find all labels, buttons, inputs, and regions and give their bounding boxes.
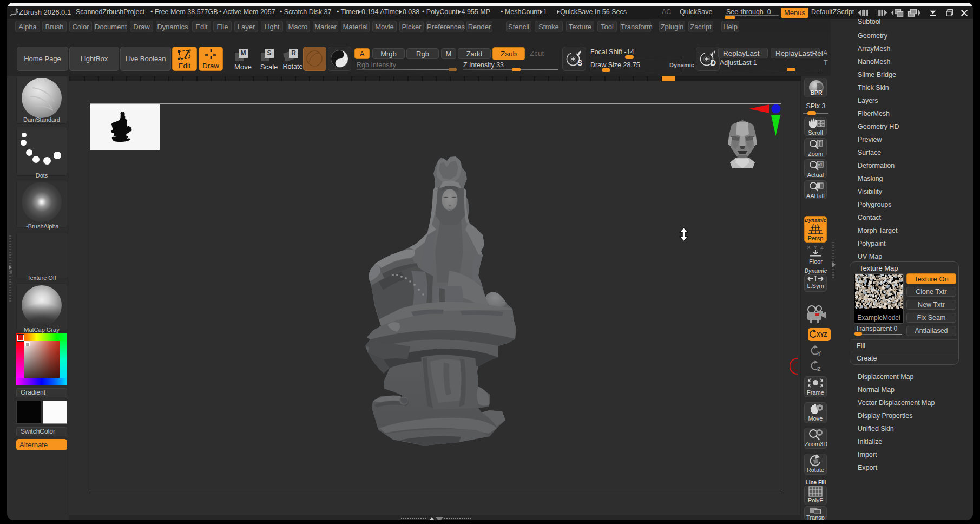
- svg-text:Y: Y: [817, 350, 821, 357]
- svg-text:XYZ: XYZ: [817, 332, 827, 338]
- svg-text:S: S: [577, 58, 582, 67]
- svg-text:D: D: [711, 58, 716, 67]
- svg-text:x1: x1: [818, 162, 823, 167]
- svg-text:Z: Z: [817, 366, 821, 372]
